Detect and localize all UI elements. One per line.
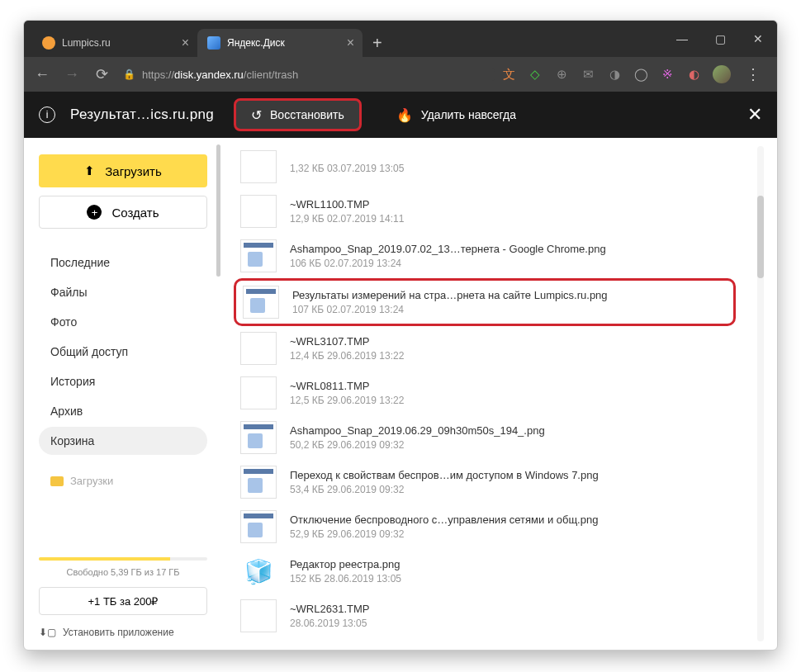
file-row[interactable]: Переход к свойствам беспров…им доступом … bbox=[234, 460, 736, 504]
url-scheme: https:// bbox=[142, 69, 174, 81]
sidebar-item-4[interactable]: История bbox=[39, 367, 207, 395]
sidebar-folder[interactable]: Загрузки bbox=[39, 470, 207, 492]
maximize-button[interactable]: ▢ bbox=[701, 21, 739, 57]
file-row[interactable]: Ashampoo_Snap_2019.07.02_13…тернета - Go… bbox=[234, 234, 736, 278]
quota-bar bbox=[39, 557, 207, 561]
create-label: Создать bbox=[111, 206, 159, 220]
address-bar: ← → ⟳ 🔒 https://disk.yandex.ru/client/tr… bbox=[24, 57, 777, 92]
globe-icon[interactable]: ⊕ bbox=[554, 67, 569, 82]
close-icon[interactable]: × bbox=[182, 35, 189, 50]
window-controls: — ▢ ✕ bbox=[663, 21, 777, 57]
file-row[interactable]: ~WRL0811.TMP12,5 КБ 29.06.2019 13:22 bbox=[234, 371, 736, 415]
url-path: /client/trash bbox=[244, 69, 298, 81]
file-info: 1,32 КБ 03.07.2019 13:05 bbox=[290, 160, 729, 174]
extension-icon[interactable]: ◯ bbox=[633, 67, 648, 82]
file-row[interactable]: Отключение беспроводного с…управления се… bbox=[234, 504, 736, 549]
file-thumbnail bbox=[240, 195, 277, 228]
file-name: Редактор реестра.png bbox=[290, 558, 729, 570]
file-area: 1,32 КБ 03.07.2019 13:05~WRL1100.TMP12,9… bbox=[222, 138, 777, 650]
menu-button[interactable]: ⋮ bbox=[742, 65, 764, 83]
file-name: Ashampoo_Snap_2019.06.29_09h30m50s_194_.… bbox=[290, 424, 729, 437]
back-button[interactable]: ← bbox=[31, 63, 54, 86]
shield-icon[interactable]: ◇ bbox=[528, 67, 543, 82]
extension-icon[interactable]: ◐ bbox=[686, 67, 701, 82]
file-thumbnail bbox=[240, 239, 277, 272]
file-meta: 152 КБ 28.06.2019 13:05 bbox=[290, 573, 729, 584]
quota-text: Свободно 5,39 ГБ из 17 ГБ bbox=[39, 567, 207, 577]
file-name: Ashampoo_Snap_2019.07.02_13…тернета - Go… bbox=[290, 243, 729, 255]
file-name: Переход к свойствам беспров…им доступом … bbox=[290, 469, 729, 481]
file-thumbnail bbox=[240, 150, 277, 183]
tab-yandex-disk[interactable]: Яндекс.Диск × bbox=[197, 29, 363, 57]
file-thumbnail bbox=[240, 376, 277, 409]
file-info: Ashampoo_Snap_2019.06.29_09h30m50s_194_.… bbox=[290, 424, 729, 451]
file-row[interactable]: 1,32 КБ 03.07.2019 13:05 bbox=[234, 144, 736, 189]
delete-forever-button[interactable]: 🔥 Удалить навсегда bbox=[382, 98, 531, 131]
close-icon[interactable]: × bbox=[347, 35, 354, 50]
extensions: 文 ◇ ⊕ ✉ ◑ ◯ ※ ◐ ⋮ bbox=[501, 65, 770, 83]
file-meta: 50,2 КБ 29.06.2019 09:32 bbox=[290, 439, 729, 451]
install-app-link[interactable]: ⬇▢ Установить приложение bbox=[39, 627, 207, 638]
sidebar-item-1[interactable]: Файлы bbox=[39, 278, 207, 306]
info-icon[interactable]: i bbox=[39, 106, 55, 123]
file-info: Редактор реестра.png152 КБ 28.06.2019 13… bbox=[290, 558, 729, 584]
file-info: Ashampoo_Snap_2019.07.02_13…тернета - Go… bbox=[290, 243, 729, 269]
sidebar-item-0[interactable]: Последние bbox=[39, 248, 207, 277]
quota-section: Свободно 5,39 ГБ из 17 ГБ +1 ТБ за 200₽ … bbox=[39, 557, 207, 638]
flame-icon: 🔥 bbox=[396, 107, 413, 123]
file-row[interactable]: 🧊Редактор реестра.png152 КБ 28.06.2019 1… bbox=[234, 549, 736, 594]
upload-icon: ⬆ bbox=[84, 163, 95, 178]
tab-favicon bbox=[42, 36, 55, 50]
url-field[interactable]: 🔒 https://disk.yandex.ru/client/trash bbox=[120, 69, 495, 81]
new-tab-button[interactable]: + bbox=[363, 29, 392, 57]
create-button[interactable]: + Создать bbox=[39, 196, 207, 229]
forward-button[interactable]: → bbox=[60, 63, 83, 86]
sidebar-scrollbar[interactable] bbox=[216, 144, 220, 559]
extension-icon[interactable]: ※ bbox=[660, 67, 675, 82]
chat-icon[interactable]: ◑ bbox=[607, 67, 622, 82]
file-meta: 12,4 КБ 29.06.2019 13:22 bbox=[290, 350, 729, 362]
file-name: Результаты измерений на стра…рнета на са… bbox=[292, 289, 727, 301]
mail-icon[interactable]: ✉ bbox=[581, 67, 595, 82]
restore-label: Восстановить bbox=[270, 108, 344, 121]
sidebar-item-2[interactable]: Фото bbox=[39, 308, 207, 336]
file-scrollbar[interactable] bbox=[757, 146, 764, 641]
browser-window: Lumpics.ru × Яндекс.Диск × + — ▢ ✕ ← → ⟳… bbox=[23, 20, 778, 651]
close-panel-button[interactable]: ✕ bbox=[747, 104, 762, 125]
profile-avatar[interactable] bbox=[713, 65, 731, 83]
sidebar-item-5[interactable]: Архив bbox=[39, 397, 207, 425]
sidebar-item-6[interactable]: Корзина bbox=[39, 427, 207, 455]
file-row[interactable]: ~WRL3107.TMP12,4 КБ 29.06.2019 13:22 bbox=[234, 326, 736, 371]
install-label: Установить приложение bbox=[63, 627, 174, 638]
buy-storage-button[interactable]: +1 ТБ за 200₽ bbox=[39, 587, 207, 615]
reload-button[interactable]: ⟳ bbox=[90, 63, 113, 86]
restore-button[interactable]: ↺ Восстановить bbox=[234, 98, 362, 131]
close-button[interactable]: ✕ bbox=[739, 21, 777, 57]
file-name: ~WRL0811.TMP bbox=[290, 380, 729, 392]
translate-icon[interactable]: 文 bbox=[501, 67, 516, 82]
file-meta: 106 КБ 02.07.2019 13:24 bbox=[290, 258, 729, 269]
file-meta: 53,4 КБ 29.06.2019 09:32 bbox=[290, 484, 729, 495]
file-row[interactable]: Ashampoo_Snap_2019.06.29_09h30m50s_194_.… bbox=[234, 415, 736, 460]
file-thumbnail bbox=[240, 421, 277, 454]
file-meta: 107 КБ 02.07.2019 13:24 bbox=[292, 304, 727, 315]
file-action-bar: i Результат…ics.ru.png ↺ Восстановить 🔥 … bbox=[24, 92, 777, 138]
file-info: ~WRL1100.TMP12,9 КБ 02.07.2019 14:11 bbox=[290, 198, 729, 225]
minimize-button[interactable]: — bbox=[663, 21, 701, 57]
file-list: 1,32 КБ 03.07.2019 13:05~WRL1100.TMP12,9… bbox=[222, 138, 744, 646]
tab-lumpics[interactable]: Lumpics.ru × bbox=[32, 29, 197, 57]
folder-label: Загрузки bbox=[70, 475, 113, 487]
file-row[interactable]: ~WRL2631.TMP28.06.2019 13:05 bbox=[234, 594, 736, 638]
file-row[interactable]: ~WRL1100.TMP12,9 КБ 02.07.2019 14:11 bbox=[234, 189, 736, 234]
lock-icon: 🔒 bbox=[123, 69, 135, 80]
file-meta: 28.06.2019 13:05 bbox=[290, 618, 729, 629]
upload-button[interactable]: ⬆ Загрузить bbox=[39, 154, 207, 187]
sidebar-nav: ПоследниеФайлыФотоОбщий доступИсторияАрх… bbox=[39, 248, 207, 455]
file-meta: 12,9 КБ 02.07.2019 14:11 bbox=[290, 213, 729, 225]
file-row[interactable]: Результаты измерений на стра…рнета на са… bbox=[234, 278, 736, 326]
file-info: Отключение беспроводного с…управления се… bbox=[290, 513, 729, 540]
sidebar-item-3[interactable]: Общий доступ bbox=[39, 338, 207, 366]
file-thumbnail bbox=[240, 332, 277, 365]
download-icon: ⬇▢ bbox=[39, 627, 56, 638]
file-info: ~WRL3107.TMP12,4 КБ 29.06.2019 13:22 bbox=[290, 335, 729, 362]
